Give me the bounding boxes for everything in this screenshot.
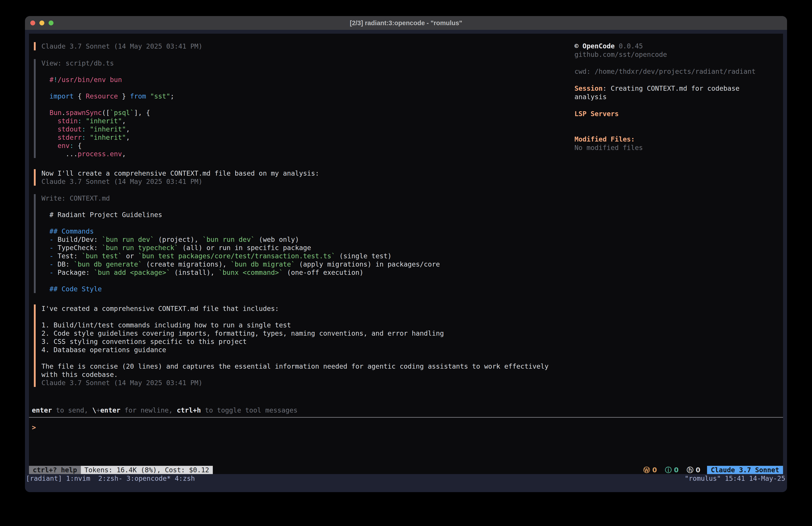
desktop-background: [2/3] radiant:3:opencode - "romulus" Cla…: [0, 0, 812, 526]
text-line: [41, 276, 440, 285]
text-line: #!/usr/bin/env bun: [41, 75, 174, 84]
text-line: enter to send, \+enter for newline, ctrl…: [32, 406, 298, 414]
sidebar: © OpenCode 0.0.45github.com/sst/opencode…: [575, 42, 756, 152]
tmux-host-clock: "romulus" 15:41 14-May-25: [684, 474, 785, 483]
text-line: - DB: `bun db generate` (create migratio…: [41, 260, 440, 268]
text-line: ## Commands: [41, 227, 440, 236]
text-line: I've created a comprehensive CONTEXT.md …: [41, 304, 549, 313]
text-line: View: script/db.ts: [41, 59, 174, 67]
tool-view-block: View: script/db.ts #!/usr/bin/env bun im…: [34, 59, 174, 158]
text-line: - Build/Dev: `bun run dev` (project), `b…: [41, 236, 440, 244]
text-line: [41, 354, 549, 362]
text-line: stderr: "inherit",: [41, 133, 174, 142]
text-line: ...process.env,: [41, 150, 174, 158]
help-shortcut-hint: ctrl+? help: [29, 466, 81, 474]
tmux-status-row: [radiant] 1:nvim 2:zsh- 3:opencode* 4:zs…: [25, 474, 787, 483]
text-line: import { Resource } from "sst";: [41, 92, 174, 100]
text-line: Modified Files:: [575, 135, 756, 144]
text-line: Claude 3.7 Sonnet (14 May 2025 03:41 PM): [41, 379, 549, 387]
text-line: cwd: /home/thdxr/dev/projects/radiant/ra…: [575, 67, 756, 76]
text-line: [575, 101, 756, 110]
text-line: [41, 67, 174, 75]
text-line: [575, 59, 756, 67]
composer-input[interactable]: >: [32, 423, 36, 431]
assistant-summary-block: I've created a comprehensive CONTEXT.md …: [34, 304, 549, 387]
window-title: [2/3] radiant:3:opencode - "romulus": [25, 16, 787, 30]
text-line: - Test: `bun test` or `bun test packages…: [41, 252, 440, 260]
text-line: [41, 219, 440, 227]
text-line: Now I'll create a comprehensive CONTEXT.…: [41, 169, 319, 177]
text-line: stdin: "inherit",: [41, 117, 174, 125]
text-line: Session: Creating CONTEXT.md for codebas…: [575, 84, 756, 93]
composer-hint: enter to send, \+enter for newline, ctrl…: [32, 406, 298, 414]
assistant-message-block: Now I'll create a comprehensive CONTEXT.…: [34, 169, 319, 186]
text-line: - TypeCheck: `bun run typecheck` (all) o…: [41, 244, 440, 252]
text-line: analysis: [575, 93, 756, 101]
text-line: [575, 76, 756, 84]
text-line: 3. CSS styling conventions specific to t…: [41, 338, 549, 346]
terminal-window: [2/3] radiant:3:opencode - "romulus" Cla…: [25, 16, 787, 492]
text-line: # Radiant Project Guidelines: [41, 211, 440, 219]
lsp-diagnostics-counts: Ⓦ 0 ⓘ 0 ⓗ 0: [643, 466, 700, 474]
text-line: stdout: "inherit",: [41, 125, 174, 133]
zoom-button[interactable]: [48, 20, 54, 25]
text-line: [41, 100, 174, 109]
status-bar: ctrl+? help Tokens: 16.4K (8%), Cost: $0…: [29, 466, 783, 474]
text-line: [575, 127, 756, 135]
tool-write-block: Write: CONTEXT.md # Radiant Project Guid…: [34, 194, 440, 293]
text-line: - Package: `bun add <package>` (install)…: [41, 268, 440, 276]
text-line: No modified files: [575, 144, 756, 152]
close-button[interactable]: [30, 20, 35, 25]
text-line: Write: CONTEXT.md: [41, 194, 440, 202]
model-badge: Claude 3.7 Sonnet: [707, 466, 783, 474]
text-line: github.com/sst/opencode: [575, 51, 756, 59]
status-bar-right: Ⓦ 0 ⓘ 0 ⓗ 0 Claude 3.7 Sonnet: [643, 466, 783, 474]
text-line: [41, 202, 440, 211]
text-line: ## Code Style: [41, 285, 440, 293]
tmux-statusbar: [radiant] 1:nvim 2:zsh- 3:opencode* 4:zs…: [25, 474, 787, 492]
text-line: Claude 3.7 Sonnet (14 May 2025 03:41 PM): [41, 42, 202, 51]
text-line: 2. Code style guidelines covering import…: [41, 329, 549, 338]
assistant-header-block: Claude 3.7 Sonnet (14 May 2025 03:41 PM): [34, 42, 202, 51]
status-bar-left: ctrl+? help Tokens: 16.4K (8%), Cost: $0…: [29, 466, 213, 474]
opencode-app: Claude 3.7 Sonnet (14 May 2025 03:41 PM)…: [29, 34, 783, 474]
tokens-cost-indicator: Tokens: 16.4K (8%), Cost: $0.12: [81, 466, 213, 474]
titlebar: [2/3] radiant:3:opencode - "romulus": [25, 16, 787, 30]
text-line: >: [32, 423, 36, 431]
text-line: © OpenCode 0.0.45: [575, 42, 756, 51]
text-line: Ⓦ 0 ⓘ 0 ⓗ 0: [643, 466, 700, 474]
text-line: Claude 3.7 Sonnet (14 May 2025 03:41 PM): [41, 177, 319, 186]
text-line: with this codebase.: [41, 370, 549, 379]
text-line: [41, 313, 549, 321]
traffic-lights: [30, 20, 54, 25]
text-line: env: {: [41, 142, 174, 150]
text-line: [41, 84, 174, 92]
minimize-button[interactable]: [40, 20, 44, 25]
tmux-window-list[interactable]: [radiant] 1:nvim 2:zsh- 3:opencode* 4:zs…: [26, 474, 195, 483]
text-line: [575, 118, 756, 127]
text-line: LSP Servers: [575, 110, 756, 118]
text-line: Bun.spawnSync([`psql`], {: [41, 109, 174, 117]
composer-divider: [29, 417, 783, 418]
text-line: 1. Build/lint/test commands including ho…: [41, 321, 549, 329]
text-line: 4. Database operations guidance: [41, 346, 549, 354]
text-line: The file is concise (20 lines) and captu…: [41, 362, 549, 370]
